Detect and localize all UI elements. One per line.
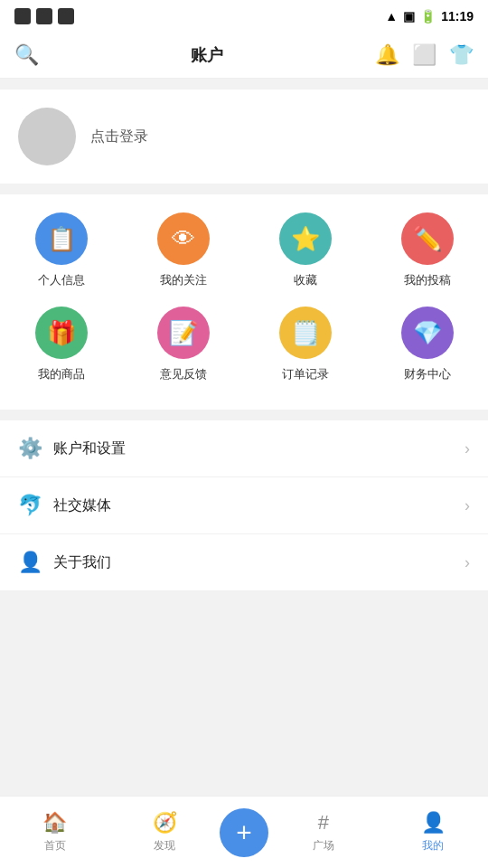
home-icon: 🏠 (42, 811, 67, 835)
about-label: 关于我们 (53, 553, 111, 572)
mine-label: 我的 (422, 838, 444, 854)
grid-item-finance[interactable]: 💎 财务中心 (382, 307, 473, 382)
grid-item-orders[interactable]: 🗒️ 订单记录 (260, 307, 351, 382)
nav-item-add[interactable]: + (220, 808, 268, 857)
avatar (18, 108, 76, 165)
status-right-icons: ▲ ▣ 🔋 11:19 (385, 9, 474, 24)
goods-label: 我的商品 (38, 366, 85, 382)
post-label: 我的投稿 (404, 272, 451, 288)
top-nav: 🔍 账户 🔔 ⬜ 👕 (0, 33, 488, 79)
status-bar: ▲ ▣ 🔋 11:19 (0, 0, 488, 33)
discover-icon: 🧭 (153, 811, 177, 835)
social-label: 社交媒体 (53, 496, 111, 515)
follow-icon: 👁 (172, 225, 195, 253)
finance-icon-circle: 💎 (401, 307, 454, 359)
list-item-settings[interactable]: ⚙️ 账户和设置 › (0, 420, 488, 477)
grid-row-1: 📋 个人信息 👁 我的关注 ⭐ 收藏 ✏️ 我的投稿 (0, 212, 488, 288)
feedback-icon-circle: 📝 (157, 307, 210, 359)
list-item-social[interactable]: 🐬 社交媒体 › (0, 477, 488, 534)
goods-icon: 🎁 (47, 319, 76, 347)
nav-item-mine[interactable]: 👤 我的 (379, 811, 489, 854)
add-icon: + (236, 817, 252, 848)
page-title: 账户 (191, 44, 223, 66)
login-prompt[interactable]: 点击登录 (90, 127, 148, 146)
collect-label: 收藏 (294, 272, 317, 288)
personal-icon-circle: 📋 (35, 212, 88, 265)
app-icon-3 (58, 8, 74, 24)
collect-icon: ⭐ (291, 225, 320, 253)
top-nav-right-icons: 🔔 ⬜ 👕 (375, 43, 474, 67)
grid-item-feedback[interactable]: 📝 意见反馈 (138, 307, 229, 382)
grid-item-collect[interactable]: ⭐ 收藏 (260, 212, 351, 288)
orders-icon-circle: 🗒️ (279, 307, 332, 359)
search-icon[interactable]: 🔍 (14, 43, 39, 67)
post-icon-circle: ✏️ (401, 212, 454, 265)
status-time: 11:19 (441, 9, 474, 24)
battery-icon: 🔋 (420, 9, 436, 24)
list-item-about[interactable]: 👤 关于我们 › (0, 534, 488, 591)
nav-item-plaza[interactable]: # 广场 (268, 811, 379, 854)
app-icon-2 (36, 8, 52, 24)
grid-item-personal[interactable]: 📋 个人信息 (16, 212, 107, 288)
settings-chevron-icon: › (465, 439, 470, 458)
finance-label: 财务中心 (404, 366, 451, 382)
mine-icon: 👤 (421, 811, 446, 835)
add-button[interactable]: + (220, 808, 268, 857)
about-icon: 👤 (18, 551, 42, 574)
list-section: ⚙️ 账户和设置 › 🐬 社交媒体 › 👤 关于我们 › (0, 420, 488, 591)
grid-menu: 📋 个人信息 👁 我的关注 ⭐ 收藏 ✏️ 我的投稿 🎁 (0, 194, 488, 410)
personal-icon: 📋 (47, 225, 76, 253)
grid-item-follow[interactable]: 👁 我的关注 (138, 212, 229, 288)
list-item-social-left: 🐬 社交媒体 (18, 494, 111, 517)
nav-item-home[interactable]: 🏠 首页 (0, 811, 110, 854)
signal-icon: ▣ (403, 9, 415, 24)
follow-label: 我的关注 (160, 272, 207, 288)
wardrobe-icon[interactable]: 👕 (449, 43, 474, 67)
finance-icon: 💎 (413, 319, 442, 347)
social-icon: 🐬 (18, 494, 42, 517)
settings-icon: ⚙️ (18, 437, 42, 460)
about-chevron-icon: › (465, 553, 470, 572)
personal-label: 个人信息 (38, 272, 85, 288)
list-item-settings-left: ⚙️ 账户和设置 (18, 437, 126, 460)
nav-item-discover[interactable]: 🧭 发现 (110, 811, 221, 854)
feedback-label: 意见反馈 (160, 366, 207, 382)
scan-icon[interactable]: ⬜ (412, 43, 436, 67)
settings-label: 账户和设置 (53, 439, 126, 458)
post-icon: ✏️ (413, 225, 442, 253)
list-item-about-left: 👤 关于我们 (18, 551, 111, 574)
feedback-icon: 📝 (169, 319, 198, 347)
bottom-nav: 🏠 首页 🧭 发现 + # 广场 👤 我的 (0, 796, 488, 868)
social-chevron-icon: › (465, 496, 470, 515)
plaza-label: 广场 (313, 838, 334, 854)
orders-icon: 🗒️ (291, 319, 320, 347)
profile-section[interactable]: 点击登录 (0, 90, 488, 184)
grid-item-goods[interactable]: 🎁 我的商品 (16, 307, 107, 382)
status-app-icons (14, 8, 74, 24)
goods-icon-circle: 🎁 (35, 307, 88, 359)
grid-item-post[interactable]: ✏️ 我的投稿 (382, 212, 473, 288)
bell-icon[interactable]: 🔔 (375, 43, 399, 67)
wifi-icon: ▲ (385, 9, 398, 24)
grid-row-2: 🎁 我的商品 📝 意见反馈 🗒️ 订单记录 💎 财务中心 (0, 307, 488, 382)
collect-icon-circle: ⭐ (279, 212, 332, 265)
home-label: 首页 (44, 838, 66, 854)
discover-label: 发现 (154, 838, 175, 854)
plaza-icon: # (318, 811, 329, 835)
follow-icon-circle: 👁 (157, 212, 210, 265)
orders-label: 订单记录 (282, 366, 329, 382)
app-icon-1 (14, 8, 31, 24)
